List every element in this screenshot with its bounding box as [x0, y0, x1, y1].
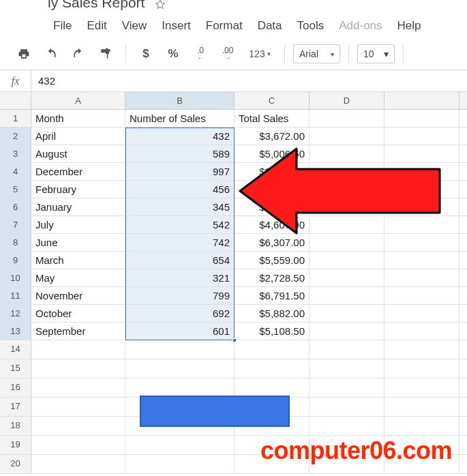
currency-button[interactable]: $	[134, 44, 157, 64]
font-size-select[interactable]: 10 ▾	[357, 44, 395, 63]
cell[interactable]: October	[31, 305, 125, 322]
undo-icon[interactable]	[40, 44, 63, 64]
print-icon[interactable]	[12, 44, 35, 64]
cell[interactable]: August	[31, 145, 125, 162]
cell[interactable]	[385, 110, 460, 127]
cell[interactable]: May	[31, 269, 125, 286]
menu-edit[interactable]: Edit	[87, 19, 106, 33]
cell[interactable]: February	[31, 181, 125, 198]
cell[interactable]	[310, 417, 385, 435]
cell[interactable]	[385, 181, 460, 198]
cell[interactable]: 456	[125, 181, 235, 198]
menu-view[interactable]: View	[122, 19, 147, 33]
cell[interactable]	[385, 323, 460, 340]
row-header[interactable]: 6	[0, 198, 31, 215]
cell[interactable]: $5,882.00	[235, 305, 310, 322]
formula-input[interactable]	[31, 70, 467, 91]
row-header[interactable]: 20	[0, 455, 31, 473]
redo-icon[interactable]	[67, 44, 90, 64]
cell[interactable]: 321	[125, 269, 235, 286]
col-header-e[interactable]	[385, 92, 460, 109]
cell[interactable]	[310, 378, 385, 397]
cell[interactable]	[310, 305, 385, 322]
cell[interactable]	[385, 340, 460, 359]
row-header[interactable]: 11	[0, 287, 31, 304]
row-header[interactable]: 1	[0, 110, 31, 127]
row-header[interactable]: 18	[0, 417, 31, 435]
cell[interactable]: $5,108.50	[235, 323, 310, 340]
cell[interactable]	[385, 163, 460, 180]
cell[interactable]: $2,932.50	[235, 198, 310, 215]
cell[interactable]: $2,728.50	[235, 269, 310, 286]
cell[interactable]	[310, 181, 385, 198]
cell[interactable]: Month	[31, 110, 125, 127]
cell[interactable]: $3,876.00	[235, 181, 310, 198]
cell[interactable]	[310, 340, 385, 359]
col-header-c[interactable]: C	[235, 92, 310, 109]
menu-addons[interactable]: Add-ons	[339, 19, 382, 33]
cell[interactable]: 589	[125, 145, 235, 162]
cell[interactable]: 601	[125, 323, 235, 340]
cell[interactable]	[125, 436, 235, 454]
col-header-d[interactable]: D	[310, 92, 385, 109]
cell[interactable]	[310, 163, 385, 180]
cell[interactable]	[31, 359, 125, 378]
cell[interactable]	[31, 455, 125, 473]
select-all-corner[interactable]	[0, 92, 31, 109]
col-header-b[interactable]: B	[125, 92, 235, 109]
cell[interactable]	[125, 378, 235, 397]
row-header[interactable]: 5	[0, 181, 31, 198]
cell[interactable]	[385, 398, 460, 416]
row-header[interactable]: 12	[0, 305, 31, 322]
row-header[interactable]: 10	[0, 269, 31, 286]
cell[interactable]: 799	[125, 287, 235, 304]
cell[interactable]: $4,607.00	[235, 216, 310, 233]
cell[interactable]	[385, 287, 460, 304]
row-header[interactable]: 9	[0, 252, 31, 269]
cell[interactable]	[310, 128, 385, 145]
cell[interactable]: April	[31, 128, 125, 145]
font-family-select[interactable]: Arial ▾	[293, 44, 340, 63]
cell[interactable]	[310, 216, 385, 233]
cell[interactable]: $3,672.00	[235, 128, 310, 145]
decrease-decimal-button[interactable]: .0←	[189, 44, 212, 64]
cell[interactable]: June	[31, 234, 125, 251]
cell[interactable]	[385, 417, 460, 435]
cell[interactable]: 432	[125, 128, 235, 145]
cell[interactable]: July	[31, 216, 125, 233]
cell[interactable]	[310, 234, 385, 251]
cell[interactable]: Total Sales	[235, 110, 310, 127]
cell[interactable]: $8,474.50	[235, 163, 310, 180]
fill-handle[interactable]	[232, 338, 237, 342]
cell[interactable]	[125, 359, 235, 378]
row-header[interactable]: 2	[0, 128, 31, 145]
more-formats-button[interactable]: 123▾	[243, 44, 276, 64]
row-header[interactable]: 14	[0, 340, 31, 359]
cell[interactable]: December	[31, 163, 125, 180]
cell[interactable]	[31, 398, 125, 416]
cell[interactable]	[385, 359, 460, 378]
cell[interactable]	[235, 359, 310, 378]
cell[interactable]: 997	[125, 163, 235, 180]
paint-format-icon[interactable]	[94, 44, 117, 64]
cell[interactable]: 345	[125, 198, 235, 215]
star-icon[interactable]	[154, 0, 166, 11]
cell[interactable]	[310, 359, 385, 378]
cell[interactable]	[385, 269, 460, 286]
cell[interactable]	[310, 252, 385, 269]
cell[interactable]	[385, 128, 460, 145]
cell[interactable]	[310, 269, 385, 286]
cell[interactable]: March	[31, 252, 125, 269]
cell[interactable]	[310, 110, 385, 127]
cell[interactable]	[31, 417, 125, 435]
menu-data[interactable]: Data	[258, 19, 282, 33]
cell[interactable]: $5,559.00	[235, 252, 310, 269]
cell[interactable]	[125, 340, 235, 359]
menu-help[interactable]: Help	[397, 19, 421, 33]
cell[interactable]: November	[31, 287, 125, 304]
cell[interactable]: $6,791.50	[235, 287, 310, 304]
row-header[interactable]: 16	[0, 378, 31, 397]
cell[interactable]	[31, 378, 125, 397]
cell[interactable]	[385, 305, 460, 322]
cell[interactable]	[310, 145, 385, 162]
